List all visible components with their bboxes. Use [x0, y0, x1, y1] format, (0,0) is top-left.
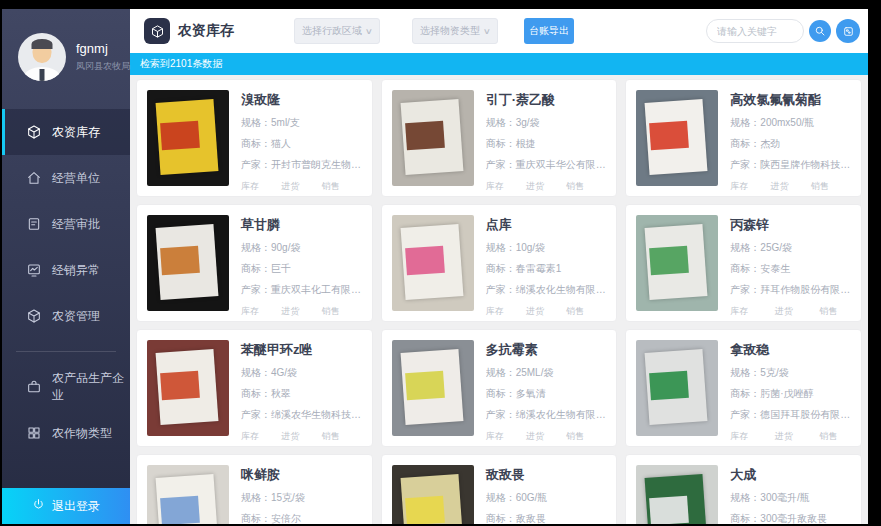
product-photo	[392, 465, 474, 524]
product-spec: 规格：10g/袋	[486, 241, 607, 255]
purchase-value: 200	[281, 320, 321, 322]
search-input[interactable]	[706, 19, 804, 43]
sidebar-item-6[interactable]: 农作物类型	[2, 410, 130, 456]
product-card[interactable]: 咪鲜胺 规格：15克/袋 商标：安倍尔 产家：绵溪农化生物科技有限公司	[136, 454, 373, 524]
product-card[interactable]: 点库 规格：10g/袋 商标：春雷霉素1 产家：绵溪农化生物有限公司 库存 25…	[381, 204, 618, 322]
region-filter-select[interactable]: 选择行政区域 ∨	[294, 18, 380, 44]
purchase-stat: 进货 200	[281, 305, 321, 322]
stock-stat: 库存 2501	[241, 430, 281, 447]
search-button[interactable]	[809, 20, 831, 42]
product-card[interactable]: 敌敌畏 规格：60G/瓶 商标：敌敌畏	[381, 454, 618, 524]
stock-stat: 库存 22510	[730, 430, 775, 447]
sidebar-item-label: 农产品生产企业	[52, 370, 130, 404]
result-count-banner: 检索到2101条数据	[130, 53, 868, 75]
product-stats: 库存 2501 进货 2501 销售 0	[486, 305, 607, 322]
stock-stat: 库存 51	[486, 430, 526, 447]
product-info: 敌敌畏 规格：60G/瓶 商标：敌敌畏	[486, 465, 607, 524]
qr-scan-button[interactable]	[836, 19, 860, 43]
product-spec: 规格：5克/袋	[730, 366, 851, 380]
type-filter-select[interactable]: 选择物资类型 ∨	[412, 18, 498, 44]
product-producer: 产家：重庆双丰化工有限公司	[241, 283, 362, 297]
sale-value: 0	[819, 320, 851, 322]
product-card[interactable]: 高效氯氟氰菊酯 规格：200mx50/瓶 商标：杰劲 产家：陕西皇牌作物科技有限…	[625, 79, 862, 197]
product-photo-label	[649, 371, 689, 401]
purchase-value: 400	[281, 195, 321, 197]
product-card[interactable]: 苯醚甲环z唑 规格：4G/袋 商标：秋翠 产家：绵溪农华生物科技有限公司 库存 …	[136, 329, 373, 447]
user-profile: fgnmj 凤冈县农牧局	[2, 9, 130, 109]
sidebar-item-2[interactable]: 经营审批	[2, 201, 130, 247]
product-card[interactable]: 大成 规格：300毫升/瓶 商标：300毫升敌敌畏	[625, 454, 862, 524]
stock-value: 40	[730, 195, 770, 197]
product-brand: 商标：巨千	[241, 262, 362, 276]
product-brand: 商标：春雷霉素1	[486, 262, 607, 276]
stock-value: 400	[241, 195, 281, 197]
product-brand: 商标：秋翠	[241, 387, 362, 401]
sale-value: 0	[811, 195, 851, 197]
product-photo	[392, 215, 474, 311]
product-photo	[392, 90, 474, 186]
purchase-value: 25601	[775, 320, 820, 322]
sale-stat: 销售 0	[811, 180, 851, 197]
product-photo	[147, 90, 229, 186]
purchase-stat: 进货 40	[771, 180, 811, 197]
product-card[interactable]: 多抗霉素 规格：25ML/袋 商标：多氧清 产家：绵溪农化生物有限公司 库存 5…	[381, 329, 618, 447]
topbar: 农资库存 选择行政区域 ∨ 选择物资类型 ∨ 台账导出	[130, 9, 868, 53]
purchase-stat: 进货 2501	[526, 305, 566, 322]
sale-value: 0	[566, 195, 606, 197]
sale-stat: 销售 0	[819, 430, 851, 447]
product-brand: 商标：猫人	[241, 137, 362, 151]
product-card[interactable]: 丙森锌 规格：25G/袋 商标：安泰生 产家：拜耳作物股份有限公司 库存 256…	[625, 204, 862, 322]
product-photo	[636, 340, 718, 436]
stock-value: 2501	[241, 445, 281, 447]
product-producer: 产家：重庆双丰华公有限公司生产	[486, 158, 607, 172]
document-icon	[26, 216, 42, 232]
logout-button[interactable]: 退出登录	[2, 488, 130, 524]
sidebar-item-4[interactable]: 农资管理	[2, 293, 130, 339]
product-info: 溴敌隆 规格：5ml/支 商标：猫人 产家：开封市普朗克生物化学有限公司 库存 …	[241, 90, 362, 186]
product-card[interactable]: 引丁·萘乙酸 规格：3g/袋 商标：根捷 产家：重庆双丰华公有限公司生产 库存 …	[381, 79, 618, 197]
stock-value: 200	[241, 320, 281, 322]
product-producer: 产家：绵溪农化生物有限公司	[486, 283, 607, 297]
ledger-export-button[interactable]: 台账导出	[524, 18, 574, 44]
product-info: 苯醚甲环z唑 规格：4G/袋 商标：秋翠 产家：绵溪农华生物科技有限公司 库存 …	[241, 340, 362, 436]
product-photo	[636, 90, 718, 186]
stock-value: 25601	[730, 320, 775, 322]
purchase-stat: 进货 22510	[775, 430, 820, 447]
sidebar-item-5[interactable]: 农产品生产企业	[2, 364, 130, 410]
product-card[interactable]: 溴敌隆 规格：5ml/支 商标：猫人 产家：开封市普朗克生物化学有限公司 库存 …	[136, 79, 373, 197]
product-brand: 商标：肟菌·戊唑醇	[730, 387, 851, 401]
sidebar-item-3[interactable]: 经销异常	[2, 247, 130, 293]
product-brand: 商标：安泰生	[730, 262, 851, 276]
user-meta: fgnmj 凤冈县农牧局	[76, 41, 126, 73]
purchase-value: 2501	[526, 320, 566, 322]
product-photo	[636, 465, 718, 524]
sale-value: 0	[566, 445, 606, 447]
product-spec: 规格：200mx50/瓶	[730, 116, 851, 130]
purchase-value: 51	[526, 445, 566, 447]
sidebar-item-1[interactable]: 经营单位	[2, 155, 130, 201]
home-icon	[26, 170, 42, 186]
sidebar-item-label: 农资库存	[52, 124, 100, 141]
content-area[interactable]: 溴敌隆 规格：5ml/支 商标：猫人 产家：开封市普朗克生物化学有限公司 库存 …	[130, 75, 868, 524]
sidebar-item-0[interactable]: 农资库存	[2, 109, 130, 155]
result-count-text: 检索到2101条数据	[140, 57, 222, 71]
stock-stat: 库存 2501	[486, 305, 526, 322]
purchase-stat: 进货 51	[526, 430, 566, 447]
sale-value: 0	[566, 320, 606, 322]
purchase-value: 22510	[775, 445, 820, 447]
product-card[interactable]: 拿敌稳 规格：5克/袋 商标：肟菌·戊唑醇 产家：德国拜耳股份有限公司 库存 2…	[625, 329, 862, 447]
product-photo	[636, 215, 718, 311]
sale-value: 0	[819, 445, 851, 447]
product-card[interactable]: 草甘膦 规格：90g/袋 商标：巨千 产家：重庆双丰化工有限公司 库存 200 …	[136, 204, 373, 322]
product-info: 草甘膦 规格：90g/袋 商标：巨千 产家：重庆双丰化工有限公司 库存 200 …	[241, 215, 362, 311]
product-producer: 产家：拜耳作物股份有限公司	[730, 283, 851, 297]
module-icon	[144, 18, 170, 44]
sidebar-item-label: 经营单位	[52, 170, 100, 187]
sidebar-menu: 农资库存 经营单位 经营审批 经销异常 农资管理 农产品生产企业 农作物类型	[2, 109, 130, 488]
sale-stat: 销售 0	[321, 305, 361, 322]
product-stats: 库存 2501 进货 2501 销售 0	[241, 430, 362, 447]
region-filter-value: 选择行政区域	[302, 24, 362, 38]
purchase-stat: 进货 2501	[526, 180, 566, 197]
power-icon	[32, 498, 45, 514]
briefcase-icon	[26, 379, 42, 395]
